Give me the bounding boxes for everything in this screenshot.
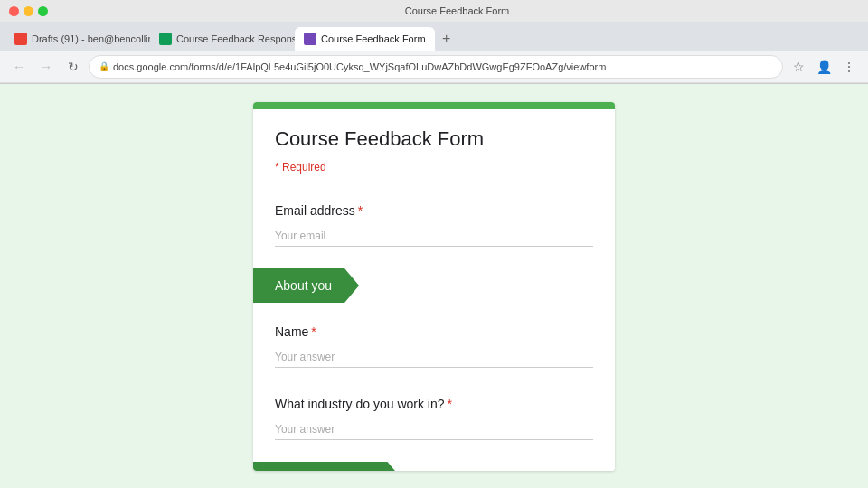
maximize-button[interactable]: [38, 6, 48, 16]
tab-gmail-label: Drafts (91) - ben@bencollins...: [32, 33, 150, 44]
window-title: Course Feedback Form: [405, 5, 510, 16]
minimize-button[interactable]: [24, 6, 33, 16]
tab-gmail[interactable]: Drafts (91) - ben@bencollins...: [5, 27, 150, 51]
gmail-favicon: [14, 33, 27, 45]
nav-bar: ← → ↻ 🔒 docs.google.com/forms/d/e/1FAlpQ…: [0, 51, 868, 83]
tab-forms-label: Course Feedback Form: [321, 33, 426, 44]
form-title: Course Feedback Form: [275, 127, 593, 151]
email-section: Email address*: [253, 189, 615, 261]
required-note: * Required: [275, 161, 326, 174]
browser-chrome: Course Feedback Form Drafts (91) - ben@b…: [0, 0, 868, 84]
name-input[interactable]: [275, 346, 593, 368]
profile-button[interactable]: 👤: [812, 55, 835, 79]
forward-button[interactable]: →: [34, 55, 58, 79]
name-section: Name*: [253, 310, 615, 382]
address-bar[interactable]: 🔒 docs.google.com/forms/d/e/1FAlpQL5e4uG…: [89, 55, 783, 79]
tab-forms[interactable]: Course Feedback Form: [295, 27, 435, 51]
course-feedback-banner: Course Feedback: [253, 462, 402, 471]
address-text: docs.google.com/forms/d/e/1FAlpQL5e4uGil…: [113, 61, 606, 72]
tab-sheets-label: Course Feedback Response ...: [176, 33, 295, 44]
course-feedback-section-wrap: Course Feedback: [253, 455, 615, 471]
forms-favicon: [304, 33, 316, 45]
industry-section: What industry do you work in?*: [253, 382, 615, 455]
menu-button[interactable]: ⋮: [837, 55, 861, 79]
tab-sheets[interactable]: Course Feedback Response ...: [150, 27, 295, 51]
email-required-star: *: [358, 203, 363, 218]
page-content: Course Feedback Form * Required Email ad…: [0, 84, 868, 488]
traffic-lights: [9, 6, 48, 16]
form-card: Course Feedback Form * Required Email ad…: [253, 102, 615, 471]
lock-icon: 🔒: [99, 61, 109, 71]
industry-required-star: *: [448, 397, 452, 411]
email-label: Email address*: [275, 203, 593, 218]
name-required-star: *: [311, 324, 316, 339]
bookmarks-button[interactable]: ☆: [787, 55, 810, 79]
close-button[interactable]: [9, 6, 19, 16]
nav-actions: ☆ 👤 ⋮: [787, 55, 861, 79]
reload-button[interactable]: ↻: [61, 55, 85, 79]
title-bar: Course Feedback Form: [0, 0, 868, 22]
email-input[interactable]: [275, 225, 593, 247]
sheets-favicon: [159, 33, 172, 45]
about-you-label: About you: [275, 278, 332, 293]
name-label: Name*: [275, 324, 593, 339]
form-header: Course Feedback Form * Required: [253, 102, 615, 189]
about-you-banner: About you: [253, 268, 359, 303]
industry-input[interactable]: [275, 418, 593, 440]
industry-label: What industry do you work in?*: [275, 397, 593, 411]
new-tab-button[interactable]: +: [435, 27, 458, 51]
tab-bar: Drafts (91) - ben@bencollins... Course F…: [0, 22, 868, 51]
back-button[interactable]: ←: [7, 55, 31, 79]
about-you-section-wrap: About you: [253, 261, 615, 310]
